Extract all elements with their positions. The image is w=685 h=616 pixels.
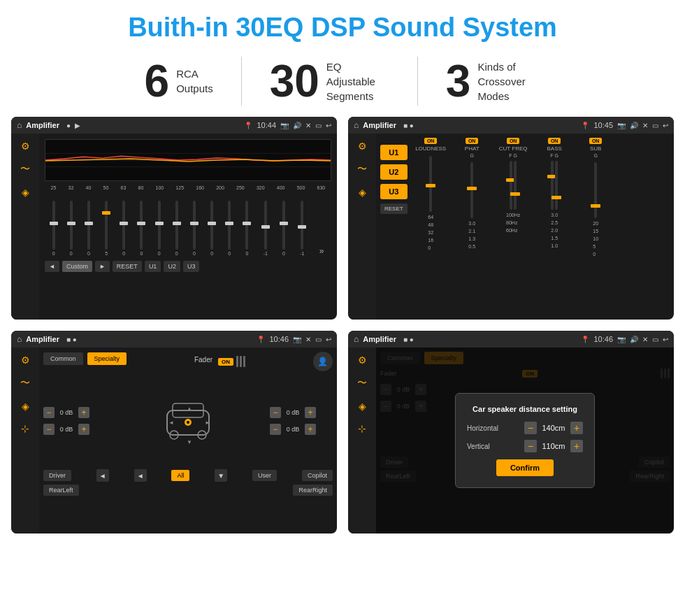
fader-on-toggle[interactable]: ON bbox=[218, 358, 233, 366]
down-arrow-btn[interactable]: ▼ bbox=[215, 469, 227, 482]
fader-back-icon: ↩ bbox=[326, 336, 331, 343]
cross-app-name: Amplifier bbox=[363, 121, 396, 129]
dialog-wave-icon[interactable]: 〜 bbox=[357, 377, 367, 389]
eq-custom-btn[interactable]: Custom bbox=[62, 261, 92, 272]
sub-on: ON bbox=[589, 138, 603, 144]
vertical-minus-btn[interactable]: − bbox=[524, 440, 537, 452]
stat-label-rca: RCAOutputs bbox=[176, 66, 213, 96]
eq-prev-btn[interactable]: ◄ bbox=[45, 261, 59, 272]
eq-cam-icon: 📷 bbox=[280, 122, 289, 129]
cutfreq-slider2[interactable] bbox=[514, 161, 517, 210]
sub-slider[interactable] bbox=[594, 162, 597, 218]
dialog-speaker-icon[interactable]: ◈ bbox=[359, 401, 366, 412]
fader-tab-common[interactable]: Common bbox=[43, 352, 83, 365]
dialog-arrows-icon[interactable]: ⊹ bbox=[358, 423, 366, 434]
svg-text:▲: ▲ bbox=[187, 406, 192, 412]
dialog-overlay: Car speaker distance setting Horizontal … bbox=[376, 348, 674, 533]
fader-status-bar: ⌂ Amplifier ■ ● 📍 10:46 📷 ✕ ▭ ↩ bbox=[11, 331, 337, 348]
fader-tab-specialty[interactable]: Specialty bbox=[87, 352, 127, 365]
eq-sidebar: ⚙ 〜 ◈ bbox=[11, 134, 39, 320]
dialog-filter-icon[interactable]: ⚙ bbox=[358, 354, 367, 366]
eq-next-btn[interactable]: ► bbox=[95, 261, 110, 272]
dialog-loc-icon: 📍 bbox=[581, 336, 589, 343]
screens-grid: ⌂ Amplifier ● ▶ 📍 10:44 📷 🔊 ✕ ▭ ↩ ⚙ 〜 ◈ bbox=[0, 117, 685, 545]
cross-filter-icon[interactable]: ⚙ bbox=[358, 141, 367, 152]
cross-wave-icon[interactable]: 〜 bbox=[357, 163, 367, 176]
fader-dot: ■ ● bbox=[66, 336, 77, 343]
fl-value: 0 dB bbox=[57, 409, 76, 416]
cross-speaker-icon[interactable]: ◈ bbox=[359, 187, 366, 198]
eq-screen: ⌂ Amplifier ● ▶ 📍 10:44 📷 🔊 ✕ ▭ ↩ ⚙ 〜 ◈ bbox=[11, 117, 337, 320]
rl-plus[interactable]: + bbox=[78, 424, 89, 435]
eq-location-icon: 📍 bbox=[244, 122, 252, 129]
eq-filter-icon[interactable]: ⚙ bbox=[21, 141, 30, 152]
copilot-btn[interactable]: Copilot bbox=[302, 470, 333, 481]
left-arrow2-btn[interactable]: ◄ bbox=[134, 469, 147, 482]
svg-text:▼: ▼ bbox=[187, 439, 192, 445]
eq-u1-btn[interactable]: U1 bbox=[145, 261, 161, 272]
cross-back-icon: ↩ bbox=[663, 122, 668, 129]
eq-u3-btn[interactable]: U3 bbox=[183, 261, 200, 272]
eq-slider-6: 0 bbox=[158, 201, 161, 256]
driver-btn[interactable]: Driver bbox=[43, 470, 71, 481]
cutfreq-label: CUT FREQ bbox=[499, 145, 528, 152]
sub-channel: ON SUB G 20151050 bbox=[577, 138, 615, 315]
u1-btn[interactable]: U1 bbox=[380, 145, 408, 160]
eq-reset-btn[interactable]: RESET bbox=[113, 261, 142, 272]
rearleft-btn[interactable]: RearLeft bbox=[43, 485, 79, 496]
rearright-btn[interactable]: RearRight bbox=[293, 485, 333, 496]
eq-u2-btn[interactable]: U2 bbox=[164, 261, 180, 272]
fr-plus[interactable]: + bbox=[305, 407, 316, 418]
fader-wave-icon[interactable]: 〜 bbox=[20, 377, 30, 389]
rr-control: − 0 dB + bbox=[270, 424, 333, 435]
eq-x-icon: ✕ bbox=[305, 122, 311, 129]
cross-time: 10:45 bbox=[593, 121, 613, 129]
eq-slider-1: 0 bbox=[70, 201, 73, 256]
cross-rect-icon: ▭ bbox=[652, 122, 658, 129]
vertical-plus-btn[interactable]: + bbox=[570, 440, 583, 452]
cross-reset-btn[interactable]: RESET bbox=[380, 203, 408, 214]
eq-freq-labels: 253240506380100125160200250320400500630 bbox=[45, 185, 331, 190]
svg-text:►: ► bbox=[205, 420, 210, 426]
fader-filter-icon[interactable]: ⚙ bbox=[21, 354, 30, 366]
cross-vol-icon: 🔊 bbox=[630, 122, 638, 129]
stat-number-rca: 6 bbox=[145, 59, 170, 103]
stat-label-crossover: Kinds ofCrossover Modes bbox=[477, 59, 540, 103]
eq-slider-10: 0 bbox=[228, 201, 231, 256]
left-arrow1-btn[interactable]: ◄ bbox=[96, 469, 109, 482]
bass-label: BASS bbox=[547, 145, 562, 152]
stat-crossover: 3 Kinds ofCrossover Modes bbox=[418, 59, 569, 103]
phat-slider[interactable] bbox=[470, 162, 473, 218]
user-btn[interactable]: User bbox=[252, 470, 277, 481]
bass-slider2[interactable] bbox=[555, 161, 558, 210]
fr-minus[interactable]: − bbox=[270, 407, 281, 418]
rr-plus[interactable]: + bbox=[305, 424, 316, 435]
fl-plus[interactable]: + bbox=[78, 407, 89, 418]
fader-x-icon: ✕ bbox=[305, 336, 311, 343]
horizontal-minus-btn[interactable]: − bbox=[524, 422, 537, 434]
cutfreq-slider1[interactable] bbox=[510, 161, 512, 210]
fl-minus[interactable]: − bbox=[43, 407, 55, 418]
cross-x-icon: ✕ bbox=[642, 122, 648, 129]
loudness-slider[interactable] bbox=[429, 156, 432, 212]
cutfreq-channel: ON CUT FREQ FG 100Hz80Hz60Hz bbox=[494, 138, 533, 315]
u3-btn[interactable]: U3 bbox=[380, 184, 408, 199]
fader-arrows-icon[interactable]: ⊹ bbox=[21, 423, 29, 434]
confirm-button[interactable]: Confirm bbox=[496, 459, 554, 476]
fader-profile-icon[interactable]: 👤 bbox=[313, 352, 333, 371]
horizontal-plus-btn[interactable]: + bbox=[570, 422, 583, 434]
eq-speaker-icon[interactable]: ◈ bbox=[22, 187, 29, 198]
rl-minus[interactable]: − bbox=[43, 424, 55, 435]
eq-wave-icon[interactable]: 〜 bbox=[20, 163, 30, 176]
cross-main: U1 U2 U3 RESET ON LOUDNESS 64 bbox=[376, 134, 674, 320]
fader-speaker-icon[interactable]: ◈ bbox=[22, 401, 29, 412]
dialog-vertical-label: Vertical bbox=[467, 443, 490, 450]
rr-minus[interactable]: − bbox=[270, 424, 281, 435]
all-btn[interactable]: All bbox=[171, 470, 189, 481]
bass-slider1[interactable] bbox=[551, 161, 554, 210]
u2-btn[interactable]: U2 bbox=[380, 164, 408, 180]
rr-value: 0 dB bbox=[283, 426, 303, 433]
fader-cam-icon: 📷 bbox=[293, 336, 301, 343]
dialog-time: 10:46 bbox=[593, 335, 613, 343]
cross-channels: ON LOUDNESS 644832160 ON PHAT G bbox=[412, 138, 670, 315]
